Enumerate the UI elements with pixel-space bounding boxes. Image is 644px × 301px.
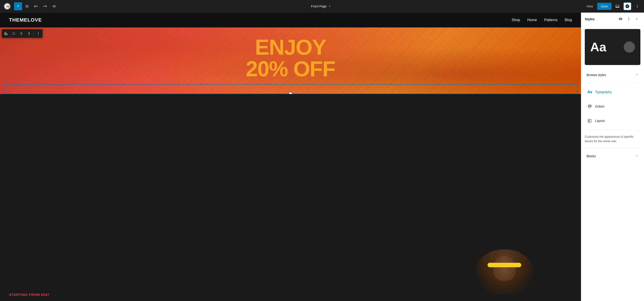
typography-item[interactable]: Aa Typography [583,87,642,97]
block-move-up-down-button[interactable] [26,30,33,37]
person-figure [473,249,536,301]
colors-label: Colors [595,105,638,108]
starting-from: STARTING FROM $347 [9,293,49,297]
page-title-label: Front Page [311,4,326,8]
style-preview-text: Aa [590,41,606,53]
site-brand: THEMELOVE [9,17,42,23]
typography-icon: Aa [586,89,593,95]
layout-item[interactable]: Layout [583,115,642,126]
svg-point-6 [589,105,590,106]
typography-label: Typography [595,90,638,94]
person-headband [488,263,521,267]
nav-blog[interactable]: Blog [565,18,572,22]
tools-button[interactable] [23,2,31,10]
block-more-options-button[interactable] [35,30,42,37]
hero-content: ENJOY 20% OFF [0,27,581,84]
block-fullscreen-button[interactable] [10,30,17,37]
canvas: THEMELOVE Shop Home Patterns Blog [0,12,581,301]
block-toolbar [2,29,42,38]
block-drag-button[interactable] [18,30,25,37]
dark-section: STARTING FROM $347 [0,94,581,301]
hero-line1: ENJOY [14,36,568,58]
browse-styles-row[interactable]: Browse styles [583,70,642,79]
svg-point-8 [590,106,591,107]
blocks-chevron-icon [635,154,638,158]
more-options-button[interactable] [633,2,641,10]
styles-eye-button[interactable] [617,15,624,22]
person-face [493,256,516,281]
svg-rect-4 [5,34,6,35]
block-select-parent-button[interactable] [2,30,10,37]
hero-headline: ENJOY 20% OFF [14,36,568,80]
hero-line2: 20% OFF [14,58,568,80]
panel-description: Customize the appearance of specific blo… [581,132,644,146]
selected-block-wrapper [0,84,581,94]
panel-section-colors: Colors [581,99,644,114]
toolbar-right: View Save [584,2,641,10]
panel-header: Styles [581,12,644,25]
layout-icon [586,118,593,124]
panel-section-browse: Browse styles [581,69,644,81]
panel-section-typography: Aa Typography [581,85,644,99]
svg-rect-2 [5,32,6,33]
hero-banner: ENJOY 20% OFF [0,27,581,94]
browse-styles-chevron-icon [635,73,638,77]
panel-section-blocks: Blocks [581,150,644,162]
panel-header-actions [617,15,640,22]
svg-rect-10 [588,119,590,121]
blocks-row[interactable]: Blocks [583,152,642,160]
colors-item[interactable]: Colors [583,101,642,112]
style-preview-card[interactable]: Aa [585,29,640,65]
panel-title: Styles [585,17,617,21]
add-block-button[interactable]: + [14,2,22,10]
block-toolbar-divider [34,31,34,36]
page-title-button[interactable]: Front Page [308,3,334,9]
styles-panel: Styles Aa Browse styles [581,12,644,301]
main-toolbar: + Front Page View Save [0,0,644,12]
redo-button[interactable] [41,2,49,10]
svg-rect-11 [588,121,590,122]
style-preview-circle [624,41,635,53]
svg-point-5 [588,106,589,107]
svg-point-7 [590,105,590,106]
tablet-view-button[interactable] [614,2,622,10]
nav-patterns[interactable]: Patterns [544,18,558,22]
site-nav: Shop Home Patterns Blog [512,18,572,22]
styles-close-button[interactable] [633,15,640,22]
toolbar-center: Front Page [59,3,583,9]
panel-divider-2 [585,130,640,130]
colors-icon [586,103,593,110]
layout-label: Layout [595,119,638,123]
main-area: THEMELOVE Shop Home Patterns Blog [0,12,644,301]
view-button[interactable]: View [584,3,595,9]
styles-button[interactable] [623,2,632,10]
undo-button[interactable] [32,2,40,10]
panel-section-layout: Layout [581,114,644,128]
nav-home[interactable]: Home [527,18,537,22]
selected-block[interactable] [4,84,577,94]
panel-divider-3 [585,148,640,148]
wp-logo[interactable] [3,2,12,11]
site-preview: THEMELOVE Shop Home Patterns Blog [0,12,581,301]
nav-shop[interactable]: Shop [512,18,520,22]
list-view-button[interactable] [50,2,58,10]
svg-rect-3 [6,34,8,35]
blocks-label: Blocks [586,154,635,158]
save-button[interactable]: Save [597,3,612,10]
styles-more-button[interactable] [625,15,632,22]
site-header: THEMELOVE Shop Home Patterns Blog [0,12,581,27]
browse-styles-label: Browse styles [586,73,635,77]
panel-divider-1 [585,83,640,83]
